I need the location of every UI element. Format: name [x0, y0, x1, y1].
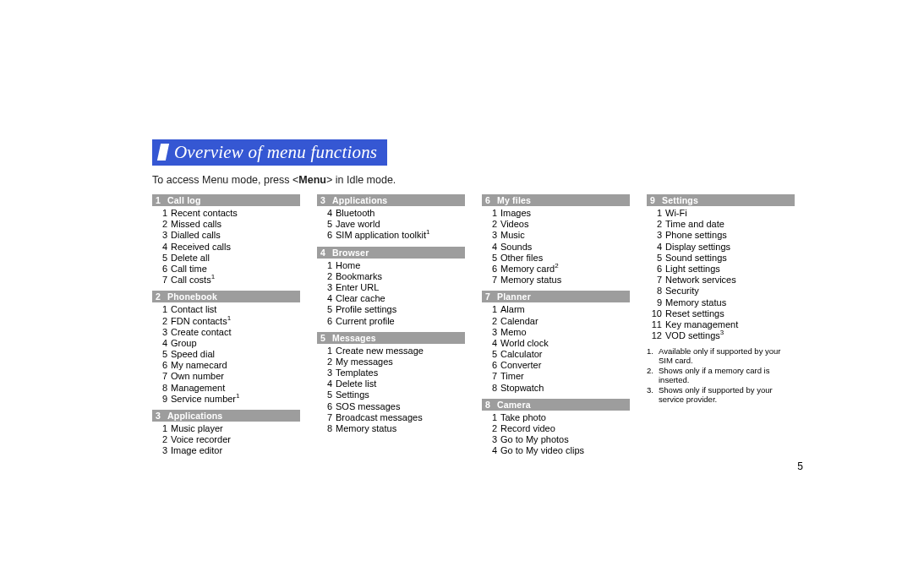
- item-label: Wi-Fi: [665, 208, 795, 219]
- section-number: 7: [485, 291, 497, 302]
- item-label: Take photo: [500, 412, 630, 423]
- page-title-bar: Overview of menu functions: [152, 139, 387, 166]
- footnote-mark: 2: [555, 262, 558, 270]
- menu-item: 4Group: [152, 338, 300, 349]
- item-number: 1: [152, 423, 171, 434]
- item-label: Templates: [336, 368, 465, 378]
- menu-item-list: 1Images2Videos3Music4Sounds5Other files6…: [482, 208, 630, 286]
- item-number: 10: [647, 308, 665, 319]
- item-number: 1: [317, 346, 336, 357]
- menu-item: 3Music: [482, 230, 630, 241]
- item-label: Voice recorder: [171, 434, 300, 445]
- menu-item: 3Dialled calls: [152, 230, 300, 241]
- section-header: 2Phonebook: [152, 291, 300, 302]
- item-label: Broadcast messages: [336, 412, 465, 423]
- section-header: 3Applications: [152, 410, 300, 422]
- menu-item: 9Service number1: [152, 394, 300, 405]
- item-label: Videos: [500, 219, 630, 230]
- item-number: 4: [647, 242, 665, 253]
- item-number: 5: [647, 253, 665, 264]
- menu-item: 2Record video: [482, 423, 630, 434]
- item-number: 4: [482, 338, 500, 349]
- item-number: 6: [317, 401, 336, 412]
- item-label: Settings: [336, 389, 465, 400]
- menu-item: 5Settings: [317, 389, 465, 400]
- item-label: Go to My video clips: [500, 445, 630, 456]
- section-title: Applications: [332, 195, 387, 205]
- menu-item: 3Phone settings: [647, 230, 795, 241]
- menu-item: 5Sound settings: [647, 253, 795, 264]
- item-number: 4: [482, 445, 500, 456]
- item-number: 7: [152, 371, 171, 382]
- menu-item: 1Wi-Fi: [647, 208, 795, 219]
- menu-item: 4Delete list: [317, 378, 465, 389]
- menu-item: 1Images: [482, 208, 630, 219]
- menu-item: 4Go to My video clips: [482, 445, 630, 456]
- item-label: Missed calls: [171, 219, 300, 230]
- item-label: Contact list: [171, 304, 300, 315]
- section-header: 3Applications: [317, 194, 465, 206]
- item-number: 5: [152, 349, 171, 360]
- menu-column: 9Settings1Wi-Fi2Time and date3Phone sett…: [647, 191, 795, 462]
- item-number: 9: [152, 394, 171, 405]
- menu-item: 1Create new message: [317, 346, 465, 357]
- menu-item: 5Calculator: [482, 349, 630, 360]
- menu-item: 4World clock: [482, 338, 630, 349]
- section-number: 2: [156, 291, 167, 302]
- item-label: Display settings: [665, 242, 795, 253]
- item-number: 5: [317, 304, 336, 315]
- menu-item: 4Received calls: [152, 242, 300, 253]
- item-label: Service number1: [171, 394, 300, 405]
- menu-item: 3Go to My photos: [482, 434, 630, 445]
- item-number: 1: [317, 260, 336, 271]
- item-label: Stopwatch: [500, 383, 630, 394]
- item-number: 1: [482, 304, 500, 315]
- item-label: Memory status: [336, 423, 465, 434]
- menu-item: 6Call time: [152, 264, 300, 275]
- menu-item-list: 1Create new message2My messages3Template…: [317, 346, 465, 435]
- item-number: 6: [317, 316, 336, 327]
- section-title: Planner: [497, 291, 531, 302]
- item-number: 8: [482, 383, 500, 394]
- item-label: Memory status: [665, 297, 795, 308]
- menu-item: 7Memory status: [482, 275, 630, 286]
- item-label: Time and date: [665, 219, 795, 230]
- item-label: Dialled calls: [171, 230, 300, 241]
- item-label: Current profile: [336, 316, 465, 327]
- footnote: 3.Shows only if supported by your servic…: [647, 385, 795, 404]
- section-number: 4: [320, 248, 332, 258]
- item-label: Create new message: [336, 346, 465, 357]
- item-number: 2: [152, 219, 171, 230]
- item-number: 4: [317, 378, 336, 389]
- section-header: 9Settings: [647, 194, 795, 206]
- menu-item: 8Memory status: [317, 423, 465, 434]
- menu-item: 5Jave world: [317, 219, 465, 230]
- footnote-mark: 3: [720, 329, 724, 336]
- section-header: 4Browser: [317, 247, 465, 259]
- footnote-text: Shows only if supported by your service …: [659, 385, 795, 404]
- item-number: 2: [647, 219, 665, 230]
- item-label: Go to My photos: [500, 434, 630, 445]
- footnote-mark: 1: [236, 392, 239, 400]
- item-number: 6: [152, 264, 171, 275]
- item-label: Recent contacts: [171, 208, 300, 219]
- item-label: Create contact: [171, 327, 300, 338]
- menu-item: 4Display settings: [647, 242, 795, 253]
- menu-item: 3Templates: [317, 368, 465, 378]
- menu-item: 2FDN contacts1: [152, 316, 300, 327]
- section-number: 5: [320, 333, 332, 343]
- item-label: Music player: [171, 423, 300, 434]
- section-header: 8Camera: [482, 399, 630, 411]
- item-label: Memory status: [500, 275, 630, 286]
- menu-item: 1Alarm: [482, 304, 630, 315]
- footnote-mark: 1: [227, 314, 231, 322]
- item-label: Record video: [500, 423, 630, 434]
- item-number: 6: [647, 264, 665, 275]
- item-number: 2: [152, 316, 171, 327]
- item-label: Key management: [665, 319, 795, 330]
- section-header: 7Planner: [482, 291, 630, 302]
- item-label: Memory card2: [500, 264, 630, 275]
- item-number: 3: [482, 230, 500, 241]
- menu-item-list: 1Contact list2FDN contacts13Create conta…: [152, 304, 300, 405]
- item-label: Delete list: [336, 378, 465, 389]
